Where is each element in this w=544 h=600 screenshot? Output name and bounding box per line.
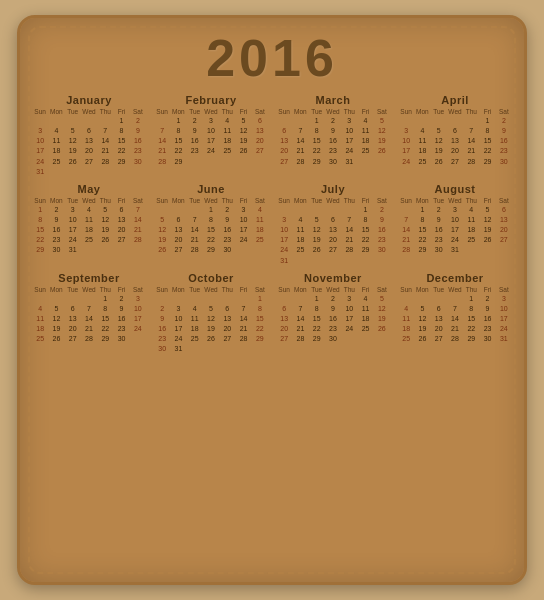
day-cell[interactable]: 17 bbox=[130, 314, 146, 324]
day-cell[interactable]: 8 bbox=[113, 126, 129, 136]
day-cell[interactable]: 16 bbox=[219, 225, 235, 235]
day-cell[interactable]: 11 bbox=[357, 304, 373, 314]
day-cell[interactable]: 28 bbox=[235, 334, 251, 344]
day-cell[interactable]: 27 bbox=[81, 157, 97, 167]
day-cell[interactable] bbox=[309, 205, 325, 215]
day-cell[interactable]: 14 bbox=[187, 225, 203, 235]
day-cell[interactable]: 29 bbox=[252, 334, 268, 344]
day-cell[interactable]: 4 bbox=[219, 116, 235, 126]
day-cell[interactable] bbox=[48, 167, 64, 177]
day-cell[interactable]: 26 bbox=[431, 157, 447, 167]
day-cell[interactable]: 7 bbox=[341, 215, 357, 225]
day-cell[interactable]: 15 bbox=[463, 314, 479, 324]
day-cell[interactable]: 13 bbox=[113, 215, 129, 225]
day-cell[interactable] bbox=[357, 334, 373, 344]
day-cell[interactable]: 22 bbox=[97, 324, 113, 334]
day-cell[interactable]: 16 bbox=[325, 314, 341, 324]
day-cell[interactable]: 18 bbox=[357, 314, 373, 324]
day-cell[interactable]: 3 bbox=[32, 126, 48, 136]
day-cell[interactable]: 20 bbox=[276, 324, 292, 334]
day-cell[interactable]: 23 bbox=[325, 324, 341, 334]
day-cell[interactable]: 30 bbox=[48, 245, 64, 255]
day-cell[interactable]: 30 bbox=[325, 334, 341, 344]
day-cell[interactable]: 29 bbox=[309, 157, 325, 167]
day-cell[interactable] bbox=[170, 205, 186, 215]
day-cell[interactable] bbox=[235, 294, 251, 304]
day-cell[interactable]: 14 bbox=[292, 314, 308, 324]
day-cell[interactable]: 16 bbox=[130, 136, 146, 146]
day-cell[interactable]: 3 bbox=[65, 205, 81, 215]
day-cell[interactable]: 23 bbox=[325, 146, 341, 156]
day-cell[interactable]: 9 bbox=[130, 126, 146, 136]
day-cell[interactable]: 24 bbox=[32, 157, 48, 167]
day-cell[interactable]: 14 bbox=[447, 314, 463, 324]
day-cell[interactable] bbox=[398, 205, 414, 215]
day-cell[interactable]: 26 bbox=[414, 334, 430, 344]
day-cell[interactable]: 5 bbox=[203, 304, 219, 314]
day-cell[interactable]: 19 bbox=[374, 314, 390, 324]
day-cell[interactable]: 26 bbox=[203, 334, 219, 344]
day-cell[interactable]: 6 bbox=[113, 205, 129, 215]
day-cell[interactable]: 4 bbox=[81, 205, 97, 215]
day-cell[interactable]: 7 bbox=[130, 205, 146, 215]
day-cell[interactable]: 7 bbox=[81, 304, 97, 314]
day-cell[interactable]: 2 bbox=[130, 116, 146, 126]
day-cell[interactable]: 27 bbox=[219, 334, 235, 344]
day-cell[interactable]: 3 bbox=[341, 294, 357, 304]
day-cell[interactable]: 16 bbox=[187, 136, 203, 146]
day-cell[interactable]: 25 bbox=[414, 157, 430, 167]
day-cell[interactable]: 7 bbox=[398, 215, 414, 225]
day-cell[interactable]: 3 bbox=[496, 294, 512, 304]
day-cell[interactable]: 4 bbox=[398, 304, 414, 314]
day-cell[interactable]: 24 bbox=[130, 324, 146, 334]
day-cell[interactable]: 28 bbox=[463, 157, 479, 167]
day-cell[interactable] bbox=[276, 116, 292, 126]
day-cell[interactable]: 25 bbox=[187, 334, 203, 344]
day-cell[interactable]: 29 bbox=[357, 245, 373, 255]
day-cell[interactable]: 19 bbox=[203, 324, 219, 334]
day-cell[interactable]: 3 bbox=[447, 205, 463, 215]
day-cell[interactable] bbox=[203, 294, 219, 304]
day-cell[interactable]: 14 bbox=[341, 225, 357, 235]
day-cell[interactable]: 19 bbox=[97, 225, 113, 235]
day-cell[interactable]: 25 bbox=[32, 334, 48, 344]
day-cell[interactable]: 1 bbox=[97, 294, 113, 304]
day-cell[interactable] bbox=[374, 334, 390, 344]
day-cell[interactable]: 26 bbox=[479, 235, 495, 245]
day-cell[interactable]: 15 bbox=[309, 136, 325, 146]
day-cell[interactable] bbox=[154, 116, 170, 126]
day-cell[interactable]: 20 bbox=[325, 235, 341, 245]
day-cell[interactable]: 10 bbox=[341, 304, 357, 314]
day-cell[interactable] bbox=[374, 157, 390, 167]
day-cell[interactable]: 6 bbox=[65, 304, 81, 314]
day-cell[interactable]: 6 bbox=[447, 126, 463, 136]
day-cell[interactable]: 23 bbox=[187, 146, 203, 156]
day-cell[interactable]: 23 bbox=[113, 324, 129, 334]
day-cell[interactable]: 20 bbox=[447, 146, 463, 156]
day-cell[interactable]: 21 bbox=[341, 235, 357, 245]
day-cell[interactable]: 29 bbox=[203, 245, 219, 255]
day-cell[interactable] bbox=[187, 205, 203, 215]
day-cell[interactable]: 12 bbox=[203, 314, 219, 324]
day-cell[interactable]: 20 bbox=[81, 146, 97, 156]
day-cell[interactable]: 9 bbox=[479, 304, 495, 314]
day-cell[interactable]: 3 bbox=[235, 205, 251, 215]
day-cell[interactable]: 12 bbox=[431, 136, 447, 146]
day-cell[interactable]: 18 bbox=[48, 146, 64, 156]
day-cell[interactable]: 12 bbox=[235, 126, 251, 136]
day-cell[interactable]: 6 bbox=[496, 205, 512, 215]
day-cell[interactable]: 5 bbox=[374, 116, 390, 126]
day-cell[interactable]: 14 bbox=[81, 314, 97, 324]
day-cell[interactable] bbox=[252, 344, 268, 354]
day-cell[interactable] bbox=[203, 344, 219, 354]
day-cell[interactable]: 27 bbox=[113, 235, 129, 245]
day-cell[interactable]: 15 bbox=[252, 314, 268, 324]
day-cell[interactable]: 12 bbox=[154, 225, 170, 235]
day-cell[interactable]: 27 bbox=[431, 334, 447, 344]
day-cell[interactable]: 28 bbox=[341, 245, 357, 255]
day-cell[interactable]: 12 bbox=[414, 314, 430, 324]
day-cell[interactable]: 25 bbox=[292, 245, 308, 255]
day-cell[interactable] bbox=[65, 167, 81, 177]
day-cell[interactable]: 24 bbox=[496, 324, 512, 334]
day-cell[interactable] bbox=[97, 245, 113, 255]
